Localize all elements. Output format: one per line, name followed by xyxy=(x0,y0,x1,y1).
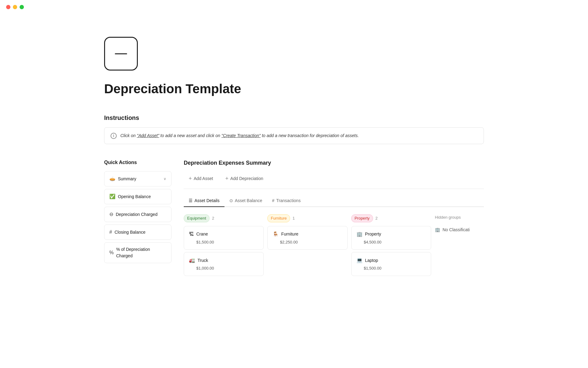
asset-card-property[interactable]: 🏢 Property $4,500.00 xyxy=(351,226,431,250)
asset-details-icon: ☰ xyxy=(189,197,193,204)
sidebar-item-opening-balance[interactable]: ✅ Opening Balance xyxy=(104,189,172,204)
tab-transactions[interactable]: # Transactions xyxy=(267,195,305,207)
plus-icon: + xyxy=(189,176,192,181)
truck-value: $1,000.00 xyxy=(189,265,258,271)
property-icon: 🏢 xyxy=(356,231,363,238)
plus-icon-2: + xyxy=(225,176,229,181)
furniture-group-header: Furniture 1 xyxy=(267,214,347,222)
furniture-badge: Furniture xyxy=(267,214,290,222)
sidebar-item-pct-depreciation-label: % of Depreciation Charged xyxy=(116,246,166,259)
tab-asset-details-label: Asset Details xyxy=(194,197,220,204)
opening-balance-icon: ✅ xyxy=(109,193,115,200)
right-panel: Depreciation Expenses Summary + Add Asse… xyxy=(184,159,484,278)
property-badge: Property xyxy=(351,214,373,222)
asset-card-furniture[interactable]: 🪑 Furniture $2,250.00 xyxy=(267,226,347,250)
no-classification-label: No Classificati xyxy=(443,227,470,233)
laptop-value: $1,500.00 xyxy=(356,265,426,271)
close-button[interactable] xyxy=(6,5,10,9)
group-furniture: Furniture 1 🪑 Furniture $2,250.00 xyxy=(267,214,347,252)
tab-asset-details[interactable]: ☰ Asset Details xyxy=(184,195,224,207)
info-icon: i xyxy=(111,133,117,139)
summary-icon: 🥧 xyxy=(109,175,115,182)
add-depreciation-button[interactable]: + Add Depreciation xyxy=(221,173,268,184)
sidebar-item-depreciation-charged[interactable]: ⊖ Depreciation Charged xyxy=(104,207,172,222)
transactions-icon: # xyxy=(272,197,274,204)
groups-row: Equipment 2 🏗 Crane $1,500.00 🚛 Tru xyxy=(184,214,484,278)
depreciation-charged-icon: ⊖ xyxy=(109,211,113,218)
crane-name: Crane xyxy=(196,231,208,237)
chevron-down-icon: ∨ xyxy=(164,176,166,182)
action-buttons-row: + Add Asset + Add Depreciation xyxy=(184,173,484,189)
asset-card-truck[interactable]: 🚛 Truck $1,000.00 xyxy=(184,252,264,276)
instructions-label: Instructions xyxy=(104,113,484,122)
asset-card-laptop[interactable]: 💻 Laptop $1,500.00 xyxy=(351,252,431,276)
create-transaction-ref: "Create Transaction" xyxy=(221,133,261,138)
main-content: Depreciation Template Instructions i Cli… xyxy=(80,0,508,278)
tabs-row: ☰ Asset Details ⊙ Asset Balance # Transa… xyxy=(184,195,484,207)
section-title: Depreciation Expenses Summary xyxy=(184,159,484,167)
equipment-badge: Equipment xyxy=(184,214,209,222)
equipment-group-header: Equipment 2 xyxy=(184,214,264,222)
instructions-box: i Click on "Add Asset" to add a new asse… xyxy=(104,127,484,144)
quick-actions-title: Quick Actions xyxy=(104,159,172,166)
no-classification-icon: 🏢 xyxy=(435,227,440,233)
property-value: $4,500.00 xyxy=(356,239,426,245)
app-icon xyxy=(104,37,138,71)
sidebar-item-opening-balance-label: Opening Balance xyxy=(118,194,151,200)
tab-transactions-label: Transactions xyxy=(276,197,301,204)
window-controls xyxy=(0,0,588,14)
property-count: 2 xyxy=(375,215,378,221)
add-asset-ref: "Add Asset" xyxy=(137,133,159,138)
equipment-count: 2 xyxy=(212,215,214,221)
tab-asset-balance[interactable]: ⊙ Asset Balance xyxy=(224,195,267,207)
laptop-name: Laptop xyxy=(365,257,378,264)
minimize-button[interactable] xyxy=(13,5,17,9)
closing-balance-icon: # xyxy=(109,228,112,236)
furniture-count: 1 xyxy=(292,215,295,221)
left-sidebar: Quick Actions 🥧 Summary ∨ ✅ Opening Bala… xyxy=(104,159,172,266)
truck-icon: 🚛 xyxy=(189,257,195,264)
crane-value: $1,500.00 xyxy=(189,239,258,245)
laptop-icon: 💻 xyxy=(356,257,363,264)
sidebar-item-summary-label: Summary xyxy=(118,176,136,182)
furniture-value: $2,250.00 xyxy=(273,239,342,245)
pct-depreciation-icon: % xyxy=(109,249,114,256)
minus-icon xyxy=(115,53,127,54)
sidebar-item-pct-depreciation[interactable]: % % of Depreciation Charged xyxy=(104,242,172,263)
asset-balance-icon: ⊙ xyxy=(229,197,233,204)
two-col-layout: Quick Actions 🥧 Summary ∨ ✅ Opening Bala… xyxy=(104,159,484,278)
no-classification-item[interactable]: 🏢 No Classificati xyxy=(435,224,484,236)
add-depreciation-label: Add Depreciation xyxy=(230,176,263,181)
page-title: Depreciation Template xyxy=(104,79,484,98)
sidebar-item-depreciation-charged-label: Depreciation Charged xyxy=(116,211,157,218)
sidebar-item-summary[interactable]: 🥧 Summary ∨ xyxy=(104,171,172,186)
crane-icon: 🏗 xyxy=(189,231,194,238)
sidebar-item-closing-balance-label: Closing Balance xyxy=(115,229,145,236)
asset-card-crane[interactable]: 🏗 Crane $1,500.00 xyxy=(184,226,264,250)
sidebar-item-closing-balance[interactable]: # Closing Balance xyxy=(104,224,172,240)
property-group-header: Property 2 xyxy=(351,214,431,222)
add-asset-label: Add Asset xyxy=(194,176,213,181)
add-asset-button[interactable]: + Add Asset xyxy=(184,173,218,184)
furniture-icon: 🪑 xyxy=(273,231,279,238)
furniture-name: Furniture xyxy=(281,231,298,237)
group-property: Property 2 🏢 Property $4,500.00 💻 L xyxy=(351,214,431,278)
property-name: Property xyxy=(365,231,381,237)
tab-asset-balance-label: Asset Balance xyxy=(235,197,262,204)
truck-name: Truck xyxy=(198,257,208,264)
group-equipment: Equipment 2 🏗 Crane $1,500.00 🚛 Tru xyxy=(184,214,264,278)
maximize-button[interactable] xyxy=(20,5,24,9)
hidden-groups-col: Hidden groups 🏢 No Classificati xyxy=(435,214,484,236)
instructions-text: Click on "Add Asset" to add a new asset … xyxy=(120,132,359,139)
hidden-groups-label: Hidden groups xyxy=(435,214,484,220)
